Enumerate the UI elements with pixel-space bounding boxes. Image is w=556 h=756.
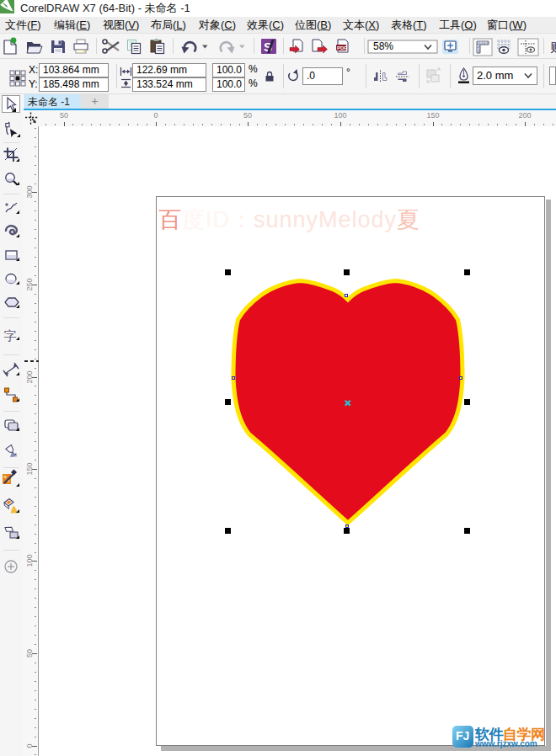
- svg-text:PDF: PDF: [337, 45, 347, 51]
- svg-text:58%: 58%: [373, 40, 393, 52]
- svg-text:字: 字: [4, 328, 17, 343]
- svg-text:贴: 贴: [550, 40, 556, 54]
